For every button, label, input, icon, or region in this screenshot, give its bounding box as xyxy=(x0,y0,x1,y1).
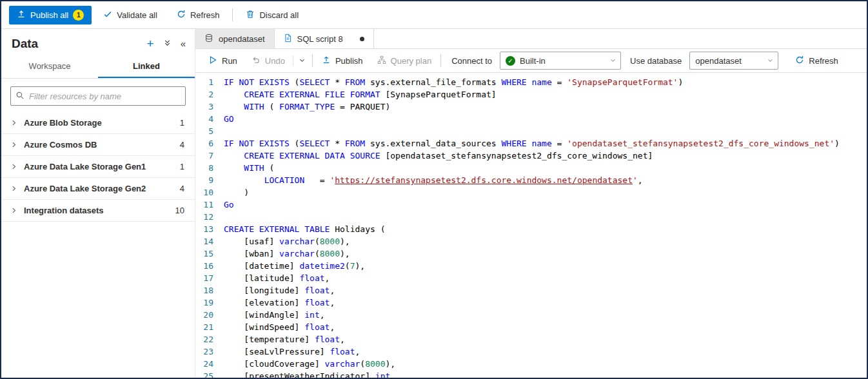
use-database-dropdown[interactable]: opendataset xyxy=(689,52,778,70)
code-line[interactable]: 17 [latitude] float, xyxy=(195,272,867,284)
code-line[interactable]: 22 [temperature] float, xyxy=(195,333,867,345)
code-text: ) xyxy=(224,186,249,199)
sidebar-title: Data xyxy=(12,37,38,51)
code-line[interactable]: 3 WITH ( FORMAT_TYPE = PARQUET) xyxy=(195,101,867,113)
chevron-right-icon[interactable] xyxy=(10,141,17,148)
validate-all-button[interactable]: Validate all xyxy=(95,6,165,24)
tree-item-count: 10 xyxy=(175,206,184,215)
line-number: 1 xyxy=(195,76,224,88)
code-line[interactable]: 11Go xyxy=(195,199,867,211)
connect-to-dropdown[interactable]: ✓ Built-in xyxy=(500,52,621,70)
line-number: 14 xyxy=(195,235,224,248)
editor-refresh-button[interactable]: Refresh xyxy=(789,52,845,70)
line-number: 13 xyxy=(195,223,224,235)
tree-item-label: Azure Blob Storage xyxy=(24,118,180,128)
code-line[interactable]: 12 xyxy=(195,211,867,223)
doc-tab-label: opendataset xyxy=(219,34,265,44)
publish-all-button[interactable]: Publish all 1 xyxy=(9,6,92,24)
line-number: 6 xyxy=(195,137,224,150)
code-text: GO xyxy=(224,113,234,125)
code-line[interactable]: 15 [wban] varchar(8000), xyxy=(195,248,867,260)
line-number: 23 xyxy=(195,345,224,358)
code-line[interactable]: 25 [presentWeatherIndicator] int, xyxy=(195,370,867,378)
connect-to-label: Connect to xyxy=(451,56,492,66)
chevron-right-icon[interactable] xyxy=(10,119,17,126)
chevron-right-icon[interactable] xyxy=(10,185,17,192)
tree-item-count: 4 xyxy=(180,140,184,150)
code-text: [datetime] datetime2(7), xyxy=(224,260,365,272)
code-line[interactable]: 10 ) xyxy=(195,186,867,199)
code-line[interactable]: 9 LOCATION = 'https://stefansynapsetest2… xyxy=(195,174,867,186)
collapse-pane-button[interactable]: « xyxy=(179,38,187,50)
code-line[interactable]: 19 [elevation] float, xyxy=(195,296,867,309)
publish-button[interactable]: Publish xyxy=(315,52,370,70)
code-text: [longitude] float, xyxy=(224,284,335,296)
code-line[interactable]: 20 [windAngle] int, xyxy=(195,309,867,321)
synapse-studio-window: Publish all 1 Validate all Refresh Disca… xyxy=(0,0,868,379)
connected-check-icon: ✓ xyxy=(506,56,515,66)
upload-icon xyxy=(322,55,331,66)
code-line[interactable]: 16 [datetime] datetime2(7), xyxy=(195,260,867,272)
code-line[interactable]: 5 xyxy=(195,125,867,137)
code-line[interactable]: 18 [longitude] float, xyxy=(195,284,867,296)
validate-all-label: Validate all xyxy=(117,10,157,20)
collapse-all-button[interactable] xyxy=(162,37,173,50)
code-line[interactable]: 7 CREATE EXTERNAL DATA SOURCE [opendatas… xyxy=(195,150,867,162)
undo-dropdown-button[interactable] xyxy=(295,52,310,70)
run-button[interactable]: Run xyxy=(202,52,244,70)
tree-item-azure-blob-storage[interactable]: Azure Blob Storage 1 xyxy=(1,112,195,134)
tree-item-adls-gen2[interactable]: Azure Data Lake Storage Gen2 4 xyxy=(1,178,195,200)
discard-all-button[interactable]: Discard all xyxy=(238,6,306,24)
upload-icon xyxy=(17,10,26,21)
editor-refresh-label: Refresh xyxy=(809,56,838,66)
tab-workspace[interactable]: Workspace xyxy=(1,56,98,78)
doc-tab-opendataset[interactable]: opendataset xyxy=(195,29,275,48)
code-line[interactable]: 21 [windSpeed] float, xyxy=(195,321,867,333)
line-number: 17 xyxy=(195,272,224,284)
code-line[interactable]: 8 WITH ( xyxy=(195,162,867,174)
tree-item-adls-gen1[interactable]: Azure Data Lake Storage Gen1 1 xyxy=(1,156,195,178)
query-plan-icon xyxy=(377,55,386,66)
sql-code-editor[interactable]: 1IF NOT EXISTS (SELECT * FROM sys.extern… xyxy=(195,73,867,378)
add-resource-button[interactable]: + xyxy=(146,38,155,50)
publish-label: Publish xyxy=(335,56,363,66)
code-line[interactable]: 14 [usaf] varchar(8000), xyxy=(195,235,867,248)
code-line[interactable]: 13CREATE EXTERNAL TABLE Holidays ( xyxy=(195,223,867,235)
publish-count-badge: 1 xyxy=(73,10,84,21)
tree-item-integration-datasets[interactable]: Integration datasets 10 xyxy=(1,200,195,222)
chevron-right-icon[interactable] xyxy=(10,207,17,214)
sidebar-tabs: Workspace Linked xyxy=(1,56,195,79)
tree-item-label: Azure Data Lake Storage Gen2 xyxy=(24,184,180,193)
line-number: 21 xyxy=(195,321,224,333)
sql-script-icon xyxy=(284,34,292,44)
tree-item-label: Azure Data Lake Storage Gen1 xyxy=(24,162,180,171)
code-text: [wban] varchar(8000), xyxy=(224,248,350,260)
refresh-label: Refresh xyxy=(190,10,220,20)
code-text: IF NOT EXISTS (SELECT * FROM sys.externa… xyxy=(224,137,840,150)
code-text: CREATE EXTERNAL DATA SOURCE [opendataset… xyxy=(224,150,653,162)
tab-linked[interactable]: Linked xyxy=(98,56,195,78)
line-number: 7 xyxy=(195,150,224,162)
document-tab-bar: opendataset SQL script 8 xyxy=(195,29,867,49)
line-number: 18 xyxy=(195,284,224,296)
query-plan-button[interactable]: Query plan xyxy=(371,52,439,70)
refresh-button[interactable]: Refresh xyxy=(169,6,228,24)
line-number: 12 xyxy=(195,211,224,223)
code-line[interactable]: 23 [seaLvlPressure] float, xyxy=(195,345,867,358)
toolbar-divider xyxy=(312,54,313,67)
undo-icon xyxy=(252,55,261,66)
undo-button[interactable]: Undo xyxy=(245,52,291,70)
doc-tab-sql-script-8[interactable]: SQL script 8 xyxy=(275,29,374,48)
chevron-right-icon[interactable] xyxy=(10,163,17,170)
code-text: WITH ( FORMAT_TYPE = PARQUET) xyxy=(224,101,390,113)
tree-item-azure-cosmos-db[interactable]: Azure Cosmos DB 4 xyxy=(1,134,195,156)
code-line[interactable]: 6IF NOT EXISTS (SELECT * FROM sys.extern… xyxy=(195,137,867,150)
line-number: 11 xyxy=(195,199,224,211)
code-text: [windAngle] int, xyxy=(224,309,325,321)
code-line[interactable]: 2 CREATE EXTERNAL FILE FORMAT [SynapsePa… xyxy=(195,88,867,101)
filter-resources-input[interactable] xyxy=(10,86,186,106)
code-line[interactable]: 4GO xyxy=(195,113,867,125)
play-icon xyxy=(208,55,217,66)
code-line[interactable]: 1IF NOT EXISTS (SELECT * FROM sys.extern… xyxy=(195,76,867,88)
code-line[interactable]: 24 [cloudCoverage] varchar(8000), xyxy=(195,358,867,370)
